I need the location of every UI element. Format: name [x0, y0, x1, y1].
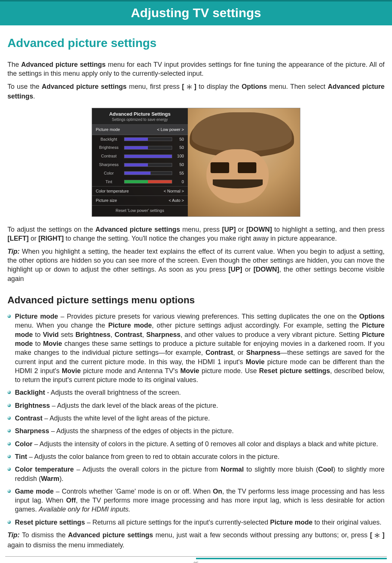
options-list: Picture mode – Provides picture presets … — [7, 312, 385, 527]
list-item: Contrast – Adjusts the white level of th… — [7, 414, 385, 423]
intro-paragraph-1: The Advanced picture settings menu for e… — [7, 60, 385, 78]
page-content: Advanced picture settings The Advanced p… — [0, 35, 392, 550]
list-item: Color – Adjusts the intensity of colors … — [7, 440, 385, 448]
picture-mode-row: Picture mode < Low power > — [92, 125, 188, 135]
tip-paragraph-1: Tip: When you highlight a setting, the h… — [7, 247, 385, 283]
options-star-icon — [187, 82, 192, 92]
sunglasses-left — [211, 162, 229, 173]
options-star-icon — [374, 531, 380, 541]
face-shape — [206, 149, 269, 203]
list-item: Color temperature – Adjusts the overall … — [7, 465, 385, 483]
list-item: Brightness – Adjusts the dark level of t… — [7, 401, 385, 410]
settings-screenshot: Advanced Picture Settings Settings optim… — [7, 108, 385, 217]
list-item: Picture mode – Provides picture presets … — [7, 312, 385, 384]
list-item: Sharpness – Adjusts the sharpness of the… — [7, 426, 385, 435]
list-item: Game mode – Controls whether 'Game' mode… — [7, 487, 385, 514]
footer-rule — [5, 556, 387, 559]
page-number: 35 — [0, 561, 392, 563]
color-temperature-row: Color temperature < Normal > — [92, 186, 188, 196]
settings-panel: Advanced Picture Settings Settings optim… — [92, 108, 188, 216]
reset-row: Reset 'Low power' settings — [92, 205, 188, 216]
mustache-shape — [213, 179, 263, 188]
slider-row: Tint0 — [92, 178, 188, 186]
adjust-paragraph: To adjust the settings on the Advanced p… — [7, 225, 385, 243]
hat-shape — [192, 112, 292, 151]
slider-row: Color55 — [92, 169, 188, 178]
subsection-title: Advanced picture settings menu options — [7, 294, 385, 307]
slider-row: Brightness50 — [92, 143, 188, 152]
slider-row: Sharpness50 — [92, 160, 188, 169]
page-header: Adjusting TV settings — [0, 0, 392, 25]
tip-paragraph-2: Tip: To dismiss the Advanced picture set… — [7, 531, 385, 550]
picture-size-row: Picture size < Auto > — [92, 196, 188, 205]
panel-header: Advanced Picture Settings Settings optim… — [92, 108, 188, 125]
page-header-title: Adjusting TV settings — [131, 6, 261, 20]
intro-paragraph-2: To use the Advanced picture settings men… — [7, 82, 385, 101]
sunglasses-right — [238, 162, 256, 173]
section-title: Advanced picture settings — [7, 35, 385, 51]
list-item: Reset picture settings – Returns all pic… — [7, 518, 385, 527]
list-item: Backlight - Adjusts the overall brightne… — [7, 388, 385, 397]
list-item: Tint – Adjusts the color balance from gr… — [7, 452, 385, 461]
slider-row: Contrast100 — [92, 152, 188, 160]
slider-row: Backlight50 — [92, 135, 188, 144]
